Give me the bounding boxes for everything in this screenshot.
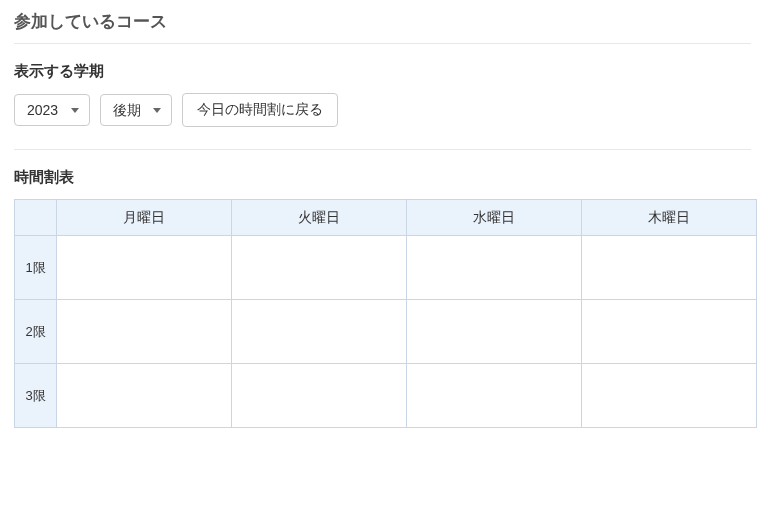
back-to-today-button[interactable]: 今日の時間割に戻る	[182, 93, 338, 127]
period-header: 2限	[15, 300, 57, 364]
timetable-cell[interactable]	[232, 300, 407, 364]
timetable-cell[interactable]	[232, 364, 407, 428]
period-header: 1限	[15, 236, 57, 300]
timetable-cell[interactable]	[57, 236, 232, 300]
term-select[interactable]: 後期	[100, 94, 172, 126]
timetable-cell[interactable]	[232, 236, 407, 300]
page-title: 参加しているコース	[14, 10, 751, 33]
timetable-corner	[15, 200, 57, 236]
semester-controls: 2023 後期 今日の時間割に戻る	[14, 93, 751, 127]
table-row: 1限	[15, 236, 757, 300]
timetable-cell[interactable]	[582, 300, 757, 364]
semester-label: 表示する学期	[14, 62, 751, 81]
year-select-wrap: 2023	[14, 94, 90, 126]
divider-top	[14, 43, 751, 44]
timetable-cell[interactable]	[407, 364, 582, 428]
period-header: 3限	[15, 364, 57, 428]
timetable-cell[interactable]	[407, 300, 582, 364]
table-row: 3限	[15, 364, 757, 428]
timetable-cell[interactable]	[57, 364, 232, 428]
day-header-thu: 木曜日	[582, 200, 757, 236]
day-header-tue: 火曜日	[232, 200, 407, 236]
divider-bottom	[14, 149, 751, 150]
day-header-mon: 月曜日	[57, 200, 232, 236]
timetable-header-row: 月曜日 火曜日 水曜日 木曜日	[15, 200, 757, 236]
timetable-title: 時間割表	[14, 168, 751, 187]
day-header-wed: 水曜日	[407, 200, 582, 236]
term-select-wrap: 後期	[100, 94, 172, 126]
timetable: 月曜日 火曜日 水曜日 木曜日 1限 2限 3限	[14, 199, 757, 428]
timetable-cell[interactable]	[407, 236, 582, 300]
table-row: 2限	[15, 300, 757, 364]
timetable-cell[interactable]	[57, 300, 232, 364]
year-select[interactable]: 2023	[14, 94, 90, 126]
timetable-cell[interactable]	[582, 236, 757, 300]
timetable-cell[interactable]	[582, 364, 757, 428]
